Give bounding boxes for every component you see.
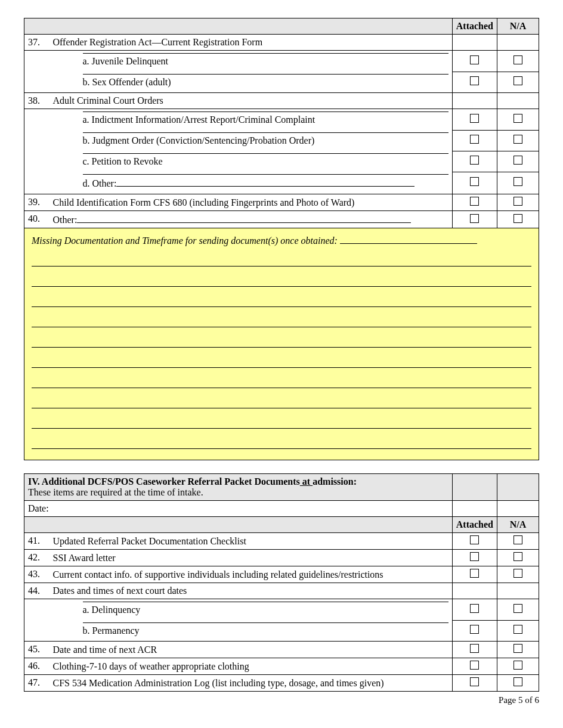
fill-line[interactable] <box>116 177 414 187</box>
na-cell <box>497 533 539 550</box>
table-row: 40.Other: <box>24 211 539 228</box>
attached-cell <box>452 211 497 228</box>
checkbox[interactable] <box>470 114 479 123</box>
checkbox[interactable] <box>470 214 479 223</box>
checkbox[interactable] <box>470 569 479 578</box>
na-cell <box>497 583 539 599</box>
checkbox[interactable] <box>470 661 479 670</box>
row-description: Current contact info. of supportive indi… <box>50 566 453 583</box>
table-row: 37.Offender Registration Act—Current Reg… <box>24 35 539 51</box>
header-na: N/A <box>497 18 539 35</box>
row-number: 39. <box>24 194 50 211</box>
na-cell <box>497 72 539 93</box>
checkbox[interactable] <box>470 76 479 85</box>
row-description: Updated Referral Packet Documentation Ch… <box>50 533 453 550</box>
table-row: 44.Dates and times of next court dates <box>24 583 539 599</box>
checkbox[interactable] <box>470 552 479 561</box>
checkbox[interactable] <box>470 535 479 544</box>
checkbox[interactable] <box>470 604 479 613</box>
attached-cell <box>452 151 497 172</box>
checkbox[interactable] <box>513 604 522 613</box>
checkbox[interactable] <box>513 177 522 186</box>
checkbox[interactable] <box>513 114 522 123</box>
checkbox[interactable] <box>513 197 522 206</box>
note-line[interactable] <box>32 352 531 368</box>
row-number: 47. <box>24 675 50 692</box>
attached-cell <box>452 658 497 675</box>
sub-row: a. Juvenile Delinquent <box>24 51 539 72</box>
missing-doc-fill-inline[interactable] <box>340 234 477 244</box>
checkbox[interactable] <box>513 569 522 578</box>
sub-description: a. Indictment Information/Arrest Report/… <box>83 111 448 128</box>
row-number: 43. <box>24 566 50 583</box>
note-line[interactable] <box>32 433 531 449</box>
note-line[interactable] <box>32 271 531 287</box>
note-line[interactable] <box>32 312 531 327</box>
note-line[interactable] <box>32 332 531 348</box>
header-row-2: Attached N/A <box>24 517 539 533</box>
attached-cell <box>452 642 497 658</box>
attached-cell <box>452 93 497 109</box>
row-description: Child Identification Form CFS 680 (inclu… <box>50 194 453 211</box>
attached-cell <box>452 620 497 642</box>
checkbox[interactable] <box>470 135 479 144</box>
checkbox[interactable] <box>513 135 522 144</box>
note-line[interactable] <box>32 373 531 388</box>
attached-cell <box>452 675 497 692</box>
checkbox[interactable] <box>513 156 522 165</box>
table-row: 39.Child Identification Form CFS 680 (in… <box>24 194 539 211</box>
na-cell <box>497 599 539 621</box>
row-description: Other: <box>50 211 453 228</box>
na-cell <box>497 51 539 72</box>
checkbox[interactable] <box>513 535 522 544</box>
checkbox[interactable] <box>470 156 479 165</box>
row-number: 40. <box>24 211 50 228</box>
header-row: Attached N/A <box>24 18 539 35</box>
attached-cell <box>452 550 497 566</box>
note-line[interactable] <box>32 292 531 307</box>
table-row: 45.Date and time of next ACR <box>24 642 539 658</box>
na-cell <box>497 620 539 642</box>
note-line[interactable] <box>32 393 531 408</box>
na-cell <box>497 194 539 211</box>
na-cell <box>497 172 539 194</box>
row-number: 45. <box>24 642 50 658</box>
sub-description: b. Permanency <box>83 622 448 639</box>
checkbox[interactable] <box>470 197 479 206</box>
attached-cell <box>452 72 497 93</box>
na-cell <box>497 658 539 675</box>
checkbox[interactable] <box>470 625 479 634</box>
attached-cell <box>452 172 497 194</box>
header-na-2: N/A <box>497 517 539 533</box>
section4-header: IV. Additional DCFS/POS Caseworker Refer… <box>24 474 539 501</box>
checkbox[interactable] <box>513 625 522 634</box>
attached-cell <box>452 566 497 583</box>
na-cell <box>497 211 539 228</box>
checkbox[interactable] <box>513 644 522 653</box>
na-cell <box>497 642 539 658</box>
checkbox[interactable] <box>470 677 479 686</box>
checkbox[interactable] <box>513 76 522 85</box>
na-cell <box>497 151 539 172</box>
checkbox[interactable] <box>470 55 479 64</box>
attached-cell <box>452 130 497 151</box>
checkbox[interactable] <box>470 177 479 186</box>
checkbox[interactable] <box>513 677 522 686</box>
checkbox[interactable] <box>513 214 522 223</box>
missing-documentation-block: Missing Documentation and Timeframe for … <box>24 228 539 460</box>
attached-cell <box>452 533 497 550</box>
checkbox[interactable] <box>513 55 522 64</box>
missing-doc-label: Missing Documentation and Timeframe for … <box>32 236 340 246</box>
row-number: 37. <box>24 35 50 51</box>
sub-row: c. Petition to Revoke <box>24 151 539 172</box>
checklist-table-2: IV. Additional DCFS/POS Caseworker Refer… <box>24 473 539 692</box>
fill-line[interactable] <box>77 213 411 223</box>
checklist-table-1: Attached N/A 37.Offender Registration Ac… <box>24 18 539 228</box>
note-line[interactable] <box>32 413 531 429</box>
note-line[interactable] <box>32 251 531 267</box>
checkbox[interactable] <box>513 552 522 561</box>
checkbox[interactable] <box>470 644 479 653</box>
checkbox[interactable] <box>513 661 522 670</box>
header-attached: Attached <box>452 18 497 35</box>
sub-row: d. Other: <box>24 172 539 194</box>
